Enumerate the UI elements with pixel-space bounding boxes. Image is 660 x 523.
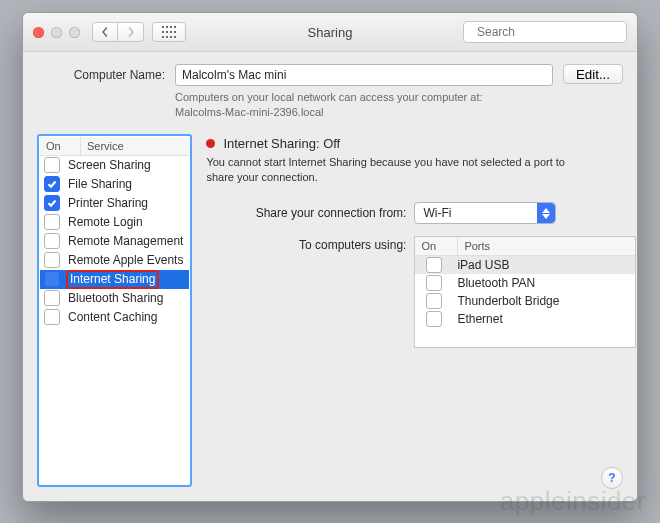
service-label: Screen Sharing: [66, 158, 185, 172]
computer-name-row: Computer Name: Malcolm's Mac mini Comput…: [37, 64, 623, 120]
checkbox[interactable]: [44, 271, 60, 287]
prefs-window: Sharing Computer Name: Malcolm's Mac min…: [22, 12, 638, 502]
checkbox[interactable]: [426, 275, 442, 291]
svg-rect-6: [170, 31, 172, 33]
to-computers-label: To computers using:: [206, 236, 406, 252]
help-button[interactable]: ?: [601, 467, 623, 489]
service-row[interactable]: Printer Sharing: [40, 194, 189, 213]
grid-icon: [162, 26, 176, 38]
port-row[interactable]: Bluetooth PAN: [415, 274, 635, 292]
computer-name-value: Malcolm's Mac mini: [182, 68, 286, 82]
help-icon: ?: [608, 471, 615, 485]
share-from-popup[interactable]: Wi-Fi: [414, 202, 556, 224]
ports-col-ports: Ports: [458, 237, 635, 255]
nav-back-forward: [92, 22, 144, 42]
service-row[interactable]: Screen Sharing: [40, 156, 189, 175]
service-label: Internet Sharing: [66, 270, 185, 289]
show-all-button[interactable]: [152, 22, 186, 42]
ports-header: On Ports: [415, 237, 635, 256]
zoom-window-button[interactable]: [69, 27, 80, 38]
status-line: Internet Sharing: Off: [206, 136, 636, 151]
computer-name-field[interactable]: Malcolm's Mac mini: [175, 64, 553, 86]
minimize-window-button[interactable]: [51, 27, 62, 38]
service-label: Printer Sharing: [66, 196, 185, 210]
checkbox[interactable]: [44, 214, 60, 230]
ports-col-on: On: [415, 237, 458, 255]
svg-rect-8: [162, 36, 164, 38]
status-explain: You cannot start Internet Sharing becaus…: [206, 155, 566, 185]
col-on: On: [40, 137, 81, 155]
checkbox[interactable]: [426, 257, 442, 273]
svg-rect-1: [166, 26, 168, 28]
port-row[interactable]: Thunderbolt Bridge: [415, 292, 635, 310]
service-label: Remote Management: [66, 234, 185, 248]
search-input[interactable]: [475, 24, 629, 40]
service-label: Content Caching: [66, 310, 185, 324]
svg-rect-7: [174, 31, 176, 33]
svg-rect-2: [170, 26, 172, 28]
service-label: Remote Apple Events: [66, 253, 185, 267]
service-row[interactable]: Remote Management: [40, 232, 189, 251]
service-label: Bluetooth Sharing: [66, 291, 185, 305]
checkbox[interactable]: [426, 293, 442, 309]
service-row[interactable]: Remote Apple Events: [40, 251, 189, 270]
checkbox[interactable]: [426, 311, 442, 327]
service-row[interactable]: Bluetooth Sharing: [40, 289, 189, 308]
svg-rect-9: [166, 36, 168, 38]
services-table[interactable]: On Service Screen SharingFile SharingPri…: [37, 134, 192, 487]
checkbox[interactable]: [44, 290, 60, 306]
computer-name-hint: Computers on your local network can acce…: [175, 90, 553, 120]
port-label: Bluetooth PAN: [455, 276, 631, 290]
port-row[interactable]: iPad USB: [415, 256, 635, 274]
service-label: Remote Login: [66, 215, 185, 229]
service-label: File Sharing: [66, 177, 185, 191]
titlebar: Sharing: [23, 13, 637, 52]
port-row[interactable]: Ethernet: [415, 310, 635, 328]
checkbox[interactable]: [44, 233, 60, 249]
service-row[interactable]: Remote Login: [40, 213, 189, 232]
svg-rect-5: [166, 31, 168, 33]
window-controls: [33, 27, 80, 38]
service-row[interactable]: Internet Sharing: [40, 270, 189, 289]
service-row[interactable]: Content Caching: [40, 308, 189, 327]
svg-rect-11: [174, 36, 176, 38]
checkbox[interactable]: [44, 252, 60, 268]
checkbox[interactable]: [44, 309, 60, 325]
status-indicator-icon: [206, 139, 215, 148]
popup-arrows-icon: [537, 203, 555, 223]
close-window-button[interactable]: [33, 27, 44, 38]
back-button[interactable]: [92, 22, 118, 42]
forward-button[interactable]: [118, 22, 144, 42]
svg-rect-3: [174, 26, 176, 28]
edit-hostname-button[interactable]: Edit...: [563, 64, 623, 84]
svg-rect-10: [170, 36, 172, 38]
svg-rect-4: [162, 31, 164, 33]
service-row[interactable]: File Sharing: [40, 175, 189, 194]
search-field[interactable]: [463, 21, 627, 43]
checkbox[interactable]: [44, 157, 60, 173]
port-label: Thunderbolt Bridge: [455, 294, 631, 308]
svg-rect-0: [162, 26, 164, 28]
services-header: On Service: [40, 137, 189, 156]
detail-pane: Internet Sharing: Off You cannot start I…: [206, 134, 636, 487]
port-label: Ethernet: [455, 312, 631, 326]
col-service: Service: [81, 137, 189, 155]
computer-name-label: Computer Name:: [37, 64, 165, 82]
checkbox[interactable]: [44, 176, 60, 192]
checkbox[interactable]: [44, 195, 60, 211]
share-from-label: Share your connection from:: [206, 206, 406, 220]
share-from-value: Wi-Fi: [415, 206, 537, 220]
port-label: iPad USB: [455, 258, 631, 272]
status-text: Internet Sharing: Off: [223, 136, 340, 151]
ports-table[interactable]: On Ports iPad USBBluetooth PANThunderbol…: [414, 236, 636, 348]
